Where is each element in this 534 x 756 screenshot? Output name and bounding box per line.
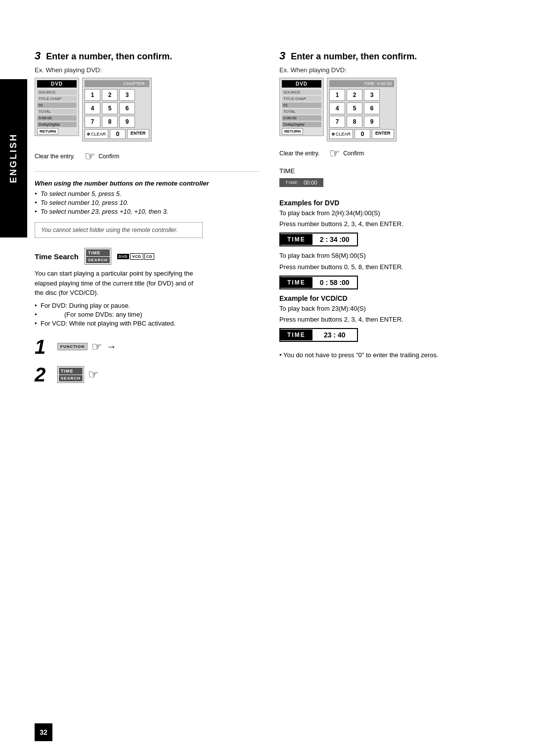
- step2-badge-bottom: SEARCH: [59, 375, 83, 381]
- vcd-time-label: TIME:: [285, 180, 300, 185]
- right-clear-entry: Clear the entry.: [279, 150, 319, 157]
- step2-hand-icon: ☞: [88, 368, 99, 381]
- left-dolby: DolbyDigital: [37, 122, 77, 127]
- time-result-3-label: TIME: [280, 330, 312, 340]
- right-step-number: 3: [279, 49, 285, 62]
- left-clear-label: CLEAR: [91, 132, 106, 137]
- time-result-2: TIME 0 : 58 :00: [279, 276, 358, 289]
- left-total-row: TOTAL: [37, 109, 77, 114]
- left-num-8[interactable]: 8: [102, 116, 118, 128]
- left-num-3[interactable]: 3: [119, 89, 135, 101]
- left-num-5[interactable]: 5: [102, 102, 118, 114]
- right-zero-btn[interactable]: 0: [355, 129, 370, 139]
- right-step3-title: Enter a number, then confirm.: [291, 51, 417, 61]
- right-dolby: DolbyDigital: [282, 122, 321, 127]
- left-numpad: CHAPTER : 1 2 3 4 5 6 7 8 9: [82, 78, 152, 142]
- time-result-1-value: 2 : 34 :00: [312, 234, 357, 245]
- left-zero-btn[interactable]: 0: [110, 129, 126, 139]
- left-source-row: SOURCE: [37, 90, 77, 95]
- left-num-4[interactable]: 4: [85, 102, 100, 114]
- right-num-5[interactable]: 5: [347, 102, 362, 114]
- ex-dvd-1-text: To play back from 2(H):34(M):00(S): [279, 209, 504, 218]
- page-number-text: 32: [40, 728, 47, 736]
- time-search-section: Time Search TIME SEARCH DVD VCD CD You c…: [35, 248, 260, 327]
- left-divider: [35, 171, 260, 172]
- left-num-7[interactable]: 7: [85, 116, 100, 128]
- right-ex-label: Ex. When playing DVD:: [279, 66, 504, 74]
- vcd-time-display: TIME: 00:00: [279, 178, 323, 187]
- left-enter-btn[interactable]: ENTER: [127, 129, 149, 139]
- step1-number: 1: [35, 337, 49, 357]
- right-time-label: TIME:: [364, 81, 376, 86]
- right-time-value: 0:00:00: [377, 81, 392, 86]
- trailing-zero-text: You do not have to press "0" to enter th…: [283, 351, 439, 359]
- right-time-header: TIME: 0:00:00: [329, 80, 394, 87]
- left-val1: 01: [37, 102, 77, 108]
- right-val2: 0:00:00: [282, 115, 321, 121]
- right-num-9[interactable]: 9: [364, 116, 380, 128]
- time-badge-wrapper: TIME SEARCH: [85, 248, 111, 265]
- right-dvd-label: DVD: [282, 80, 321, 88]
- left-hand-icon: ☞: [85, 149, 95, 163]
- time-result-1-label: TIME: [280, 234, 312, 245]
- right-num-2[interactable]: 2: [347, 89, 362, 101]
- right-dvd-panel: DVD SOURCE TITLE CHAP 01 TOTAL 0:00:00 D…: [279, 78, 504, 142]
- right-clear-confirm: Clear the entry. ☞ Confirm: [279, 146, 504, 160]
- left-dvd-label: DVD: [37, 80, 77, 88]
- left-ex-label: Ex. When playing DVD:: [35, 66, 260, 74]
- left-titlechap-row: TITLE CHAP: [37, 96, 77, 101]
- left-step-number: 3: [35, 49, 41, 62]
- ex-dvd-2-text: To play back from 58(M):00(S): [279, 251, 504, 260]
- right-num-3[interactable]: 3: [364, 89, 380, 101]
- english-sidebar: ENGLISH: [0, 79, 27, 237]
- right-total-row: TOTAL: [282, 109, 321, 114]
- bullet-2: To select number 10, press 10.: [35, 199, 260, 206]
- function-button[interactable]: FUNCTION: [57, 343, 88, 350]
- time-result-1: TIME 2 : 34 :00: [279, 233, 358, 246]
- step2-badge-top: TIME: [59, 368, 83, 375]
- right-num-1[interactable]: 1: [329, 89, 345, 101]
- left-clear-entry: Clear the entry.: [35, 153, 75, 160]
- step1-icon: FUNCTION ☞ →: [57, 340, 116, 354]
- right-clear-btn[interactable]: CLEAR: [329, 129, 353, 139]
- step2-icon: TIME SEARCH ☞: [57, 366, 99, 383]
- left-num-9[interactable]: 9: [119, 116, 135, 128]
- time-badge-top: TIME: [86, 249, 110, 256]
- right-dvd-info: DVD SOURCE TITLE CHAP 01 TOTAL 0:00:00 D…: [279, 78, 324, 136]
- left-numpad-grid: 1 2 3 4 5 6 7 8 9: [85, 89, 149, 128]
- left-numpad-bottom: CLEAR 0 ENTER: [85, 129, 149, 139]
- ex-vcd-text: To play back from 23(M):40(S): [279, 304, 504, 313]
- for-dvd-sub: (For some DVDs: any time): [35, 311, 260, 318]
- right-column: 3 Enter a number, then confirm. Ex. When…: [279, 49, 504, 392]
- left-step3-heading: 3 Enter a number, then confirm.: [35, 49, 260, 62]
- left-num-1[interactable]: 1: [85, 89, 100, 101]
- right-num-6[interactable]: 6: [364, 102, 380, 114]
- ex-vcd-sub: Press number buttons 2, 3, 4, then ENTER…: [279, 315, 504, 324]
- page-number: 32: [35, 723, 52, 741]
- ex-dvd-1-sub: Press number buttons 2, 3, 4, then ENTER…: [279, 220, 504, 229]
- for-dvd-text: For DVD: During play or pause.: [41, 302, 130, 309]
- right-titlechap-row: TITLE CHAP: [282, 96, 321, 101]
- right-numpad: TIME: 0:00:00 1 2 3 4 5 6 7 8 9: [327, 78, 397, 142]
- right-num-8[interactable]: 8: [347, 116, 362, 128]
- bullet-1: To select number 5, press 5.: [35, 190, 260, 197]
- left-confirm-label: Confirm: [98, 153, 119, 160]
- right-num-4[interactable]: 4: [329, 102, 345, 114]
- right-return-btn[interactable]: RETURN: [282, 128, 303, 135]
- ex-dvd-2-sub: Press number buttons 0, 5, 8, then ENTER…: [279, 263, 504, 272]
- time-result-3: TIME 23 : 40: [279, 328, 358, 342]
- right-num-7[interactable]: 7: [329, 116, 345, 128]
- right-enter-btn[interactable]: ENTER: [372, 129, 394, 139]
- left-num-6[interactable]: 6: [119, 102, 135, 114]
- disc-icons: DVD VCD CD: [117, 253, 154, 260]
- step2-row: 2 TIME SEARCH ☞: [35, 365, 260, 384]
- vcd-disc-badge: VCD: [130, 253, 143, 260]
- right-clear-label: CLEAR: [336, 132, 351, 137]
- right-hand-icon: ☞: [329, 146, 340, 160]
- left-return-btn[interactable]: RETURN: [37, 128, 58, 135]
- left-clear-btn[interactable]: CLEAR: [85, 129, 108, 139]
- left-num-2[interactable]: 2: [102, 89, 118, 101]
- left-step3-title: Enter a number, then confirm.: [46, 51, 172, 61]
- numbered-steps: 1 FUNCTION ☞ → 2 TIME SEARC: [35, 337, 260, 384]
- info-box-text: You cannot select folder using the remot…: [41, 227, 178, 234]
